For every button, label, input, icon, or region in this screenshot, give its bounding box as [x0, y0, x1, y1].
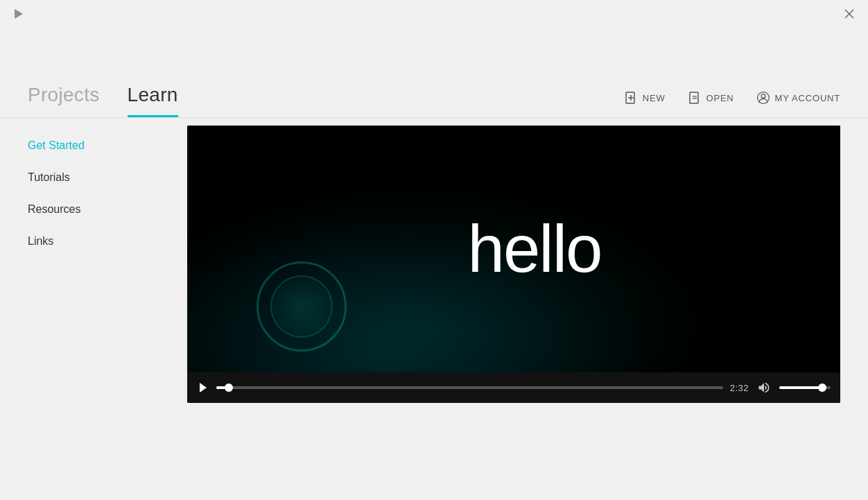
- play-button[interactable]: [197, 381, 209, 394]
- app-icon: [11, 6, 26, 21]
- new-doc-icon: [624, 91, 638, 105]
- sidebar-item-links[interactable]: Links: [28, 228, 153, 255]
- my-account-button[interactable]: MY ACCOUNT: [756, 91, 840, 105]
- volume-button[interactable]: [756, 379, 772, 396]
- content-area: Get Started Tutorials Resources Links he…: [0, 119, 868, 500]
- sidebar-item-tutorials[interactable]: Tutorials: [28, 164, 153, 191]
- title-bar: [0, 0, 868, 28]
- video-hello-text: hello: [468, 211, 602, 287]
- close-button[interactable]: [842, 6, 857, 21]
- new-button[interactable]: NEW: [624, 91, 666, 105]
- ring-decoration: [257, 261, 347, 352]
- video-area: hello 2:32: [180, 119, 868, 500]
- account-icon: [756, 91, 770, 105]
- volume-icon: [757, 381, 771, 395]
- video-controls: 2:32: [187, 372, 840, 403]
- tab-projects[interactable]: Projects: [28, 84, 100, 117]
- progress-thumb: [225, 383, 233, 392]
- svg-marker-0: [15, 9, 23, 19]
- volume-fill: [779, 386, 822, 389]
- svg-rect-6: [690, 92, 698, 103]
- time-display: 2:32: [730, 383, 749, 393]
- ring-inner: [270, 275, 333, 338]
- svg-point-10: [761, 94, 765, 98]
- open-doc-icon: [688, 91, 702, 105]
- nav-bar: Projects Learn NEW OPEN: [0, 28, 868, 118]
- nav-tabs: Projects Learn: [28, 84, 178, 117]
- play-icon: [198, 382, 209, 393]
- volume-thumb: [818, 383, 826, 392]
- video-container: hello 2:32: [187, 126, 840, 403]
- progress-bar[interactable]: [216, 386, 723, 389]
- open-button[interactable]: OPEN: [688, 91, 734, 105]
- svg-marker-11: [200, 383, 207, 393]
- volume-bar[interactable]: [779, 386, 831, 389]
- video-content: hello: [187, 126, 840, 372]
- nav-actions: NEW OPEN MY ACCOUNT: [624, 91, 840, 117]
- sidebar-item-get-started[interactable]: Get Started: [28, 132, 153, 159]
- sidebar: Get Started Tutorials Resources Links: [0, 119, 180, 500]
- tab-learn[interactable]: Learn: [128, 84, 178, 117]
- sidebar-item-resources[interactable]: Resources: [28, 196, 153, 223]
